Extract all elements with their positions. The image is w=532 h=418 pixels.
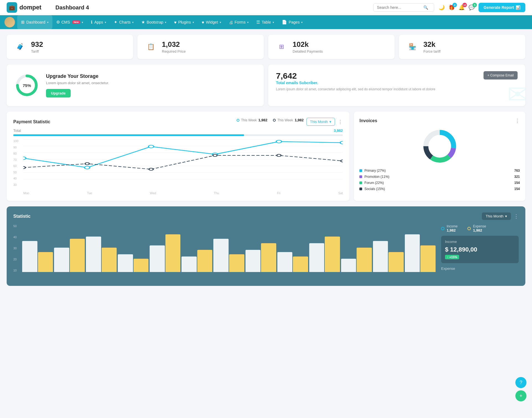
bar-group bbox=[405, 224, 436, 272]
search-input[interactable] bbox=[377, 5, 421, 10]
bar-group bbox=[181, 224, 212, 272]
force-tariff-value: 32k bbox=[423, 40, 441, 49]
compose-email-button[interactable]: + Compose Email bbox=[484, 71, 518, 80]
more-options-icon[interactable]: ⋮ bbox=[338, 119, 343, 125]
user-avatar bbox=[4, 17, 15, 27]
required-price-label: Required Price bbox=[162, 49, 186, 53]
svg-point-15 bbox=[23, 166, 25, 169]
main-content: 🧳 932 Tariff 📋 1,032 Required Price ⊞ 10… bbox=[0, 29, 532, 297]
bar-white bbox=[54, 248, 69, 272]
svg-point-19 bbox=[277, 154, 281, 157]
nav-item-apps[interactable]: ℹ Apps ▾ bbox=[87, 15, 110, 29]
this-month-button[interactable]: This Month ▾ bbox=[306, 118, 335, 126]
bar-white bbox=[309, 243, 324, 272]
income-box: Income $ 12,890,00 ↑ +15% bbox=[441, 236, 519, 263]
svg-point-14 bbox=[340, 141, 343, 144]
bar-yellow bbox=[293, 257, 308, 272]
tariff-icon: 🧳 bbox=[13, 40, 27, 53]
nav-label-widget: Widget bbox=[206, 20, 218, 24]
search-bar[interactable]: 🔍 bbox=[373, 3, 434, 12]
payment-progress bbox=[13, 134, 343, 136]
header: 💼 dompet Dashboard 4 🔍 🌙 🎁 2 🔔 12 💬 5 Ge… bbox=[0, 0, 532, 15]
nav-item-dashboard[interactable]: ⊞ Dashboard ▾ bbox=[17, 15, 52, 29]
page-title: Dashboard 4 bbox=[55, 4, 369, 11]
widget-icon: ♥ bbox=[202, 20, 204, 25]
nav-item-charts[interactable]: ✦ Charts ▾ bbox=[110, 15, 137, 29]
stat-card-detalled-payments: ⊞ 102k Detalled Payments bbox=[268, 35, 395, 59]
force-tariff-label: Force tariff bbox=[423, 49, 441, 53]
income-value: 1,982 bbox=[447, 228, 457, 232]
nav-item-widget[interactable]: ♥ Widget ▾ bbox=[198, 16, 225, 29]
bar-chart-icon: 📊 bbox=[516, 5, 520, 10]
chat-badge: 5 bbox=[472, 3, 477, 7]
svg-point-13 bbox=[276, 140, 282, 143]
bar-group bbox=[22, 224, 53, 272]
bar-group bbox=[341, 224, 372, 272]
tariff-label: Tariff bbox=[31, 49, 43, 53]
bar-white bbox=[341, 259, 356, 272]
expense-section-label: Expense bbox=[441, 266, 519, 271]
force-tariff-icon: 🏪 bbox=[406, 40, 419, 53]
nav-item-plugins[interactable]: ♥ Plugins ▾ bbox=[170, 16, 198, 29]
email-card: 7,642 Total emails Subcriber. Lorem ipsu… bbox=[268, 65, 525, 106]
chat-button[interactable]: 💬 5 bbox=[469, 4, 475, 11]
bell-button[interactable]: 🔔 12 bbox=[459, 4, 465, 11]
dashboard-icon: ⊞ bbox=[21, 20, 25, 25]
bar-white bbox=[245, 250, 261, 272]
income-label: Income bbox=[447, 224, 457, 228]
logo-icon: 💼 bbox=[7, 2, 17, 13]
email-desc: Lorem ipsum dolor sit amet, consectetur … bbox=[276, 87, 435, 91]
plugins-icon: ♥ bbox=[174, 20, 177, 25]
gift-button[interactable]: 🎁 2 bbox=[449, 4, 455, 11]
bar-yellow bbox=[388, 252, 404, 272]
storage-title: Upgrade Your Storage bbox=[46, 73, 109, 79]
x-axis-labels: MonTueWedThuFriSat bbox=[23, 191, 343, 195]
table-icon: ☰ bbox=[256, 20, 260, 25]
bar-group bbox=[373, 224, 404, 272]
nav-item-bootstrap[interactable]: ★ Bootstrap ▾ bbox=[137, 15, 170, 29]
search-icon[interactable]: 🔍 bbox=[423, 5, 428, 10]
charts-nav-icon: ✦ bbox=[114, 20, 117, 25]
bar-chart: 5040302010 bbox=[13, 224, 436, 280]
nav-item-table[interactable]: ☰ Table ▾ bbox=[252, 15, 278, 29]
detalled-payments-icon: ⊞ bbox=[275, 40, 288, 53]
nav-item-pages[interactable]: 📄 Pages ▾ bbox=[278, 15, 307, 29]
legend-this-week-2: This Week 1,982 bbox=[273, 118, 304, 122]
nav-item-forms[interactable]: 🖨 Forms ▾ bbox=[225, 16, 253, 29]
bootstrap-icon: ★ bbox=[141, 20, 145, 25]
svg-point-16 bbox=[85, 163, 89, 165]
income-box-label: Income bbox=[445, 240, 515, 244]
bar-group bbox=[86, 224, 117, 272]
nav-label-dashboard: Dashboard bbox=[26, 20, 45, 24]
gift-badge: 2 bbox=[452, 3, 457, 7]
email-subtitle: Total emails Subcriber. bbox=[276, 81, 435, 85]
statistic-this-month-button[interactable]: This Month ▾ bbox=[482, 212, 511, 220]
invoices-more-icon[interactable]: ⋮ bbox=[515, 118, 520, 124]
svg-point-20 bbox=[341, 160, 343, 162]
upgrade-button[interactable]: Upgrade bbox=[46, 89, 71, 98]
statistic-more-icon[interactable]: ⋮ bbox=[514, 213, 519, 219]
required-price-icon: 📋 bbox=[144, 40, 157, 53]
svg-point-11 bbox=[149, 145, 154, 148]
email-count: 7,642 bbox=[276, 71, 435, 81]
nav-label-forms: Forms bbox=[235, 20, 246, 24]
stat-card-force-tariff: 🏪 32k Force tariff bbox=[399, 35, 525, 59]
generate-report-button[interactable]: Generate Report 📊 bbox=[479, 3, 525, 12]
bar-yellow bbox=[197, 250, 213, 272]
nav-label-charts: Charts bbox=[119, 20, 131, 24]
bar-group bbox=[118, 224, 149, 272]
nav-item-cms[interactable]: ⚙ CMS New ▾ bbox=[52, 15, 87, 29]
expense-label: Expense bbox=[473, 224, 486, 228]
bar-yellow bbox=[165, 234, 181, 272]
moon-icon[interactable]: 🌙 bbox=[439, 4, 445, 11]
nav-label-bootstrap: Bootstrap bbox=[147, 20, 163, 24]
chevron-down-icon: ▾ bbox=[329, 120, 331, 124]
svg-point-9 bbox=[23, 157, 26, 160]
bar-white bbox=[118, 254, 133, 272]
apps-icon: ℹ bbox=[91, 20, 93, 25]
header-icons: 🌙 🎁 2 🔔 12 💬 5 Generate Report 📊 bbox=[439, 3, 525, 12]
nav-label-cms: CMS bbox=[62, 20, 70, 24]
bar-yellow bbox=[38, 252, 53, 272]
stat-card-tariff: 🧳 932 Tariff bbox=[7, 35, 133, 59]
bar-white bbox=[150, 245, 165, 272]
